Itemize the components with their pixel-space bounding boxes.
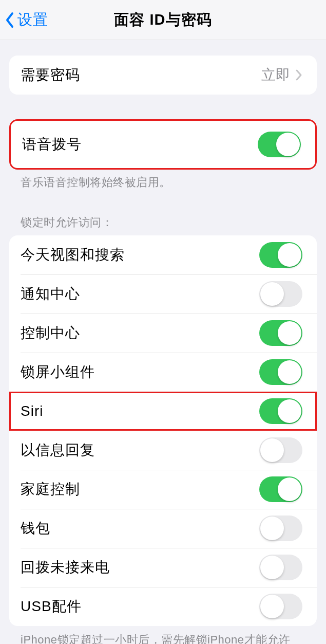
row-label: 以信息回复 bbox=[21, 440, 259, 460]
row-voice-dial: 语音拨号 bbox=[11, 121, 315, 168]
toggle-locked-access-item[interactable] bbox=[259, 359, 302, 385]
chevron-right-icon bbox=[295, 69, 302, 81]
page-title: 面容 ID与密码 bbox=[114, 10, 212, 30]
row-label: 需要密码 bbox=[21, 65, 261, 85]
locked-access-footer: iPhone锁定超过一小时后，需先解锁iPhone才能允许USB 配件连接。 bbox=[9, 626, 317, 644]
row-label: 家庭控制 bbox=[21, 480, 259, 499]
back-label: 设置 bbox=[17, 10, 48, 30]
row-value: 立即 bbox=[261, 65, 290, 85]
row-label: Siri bbox=[21, 403, 259, 419]
row-label: 控制中心 bbox=[21, 323, 259, 343]
group-locked-access: 今天视图和搜索通知中心控制中心锁屏小组件Siri以信息回复家庭控制钱包回拨未接来… bbox=[9, 235, 317, 626]
back-button[interactable]: 设置 bbox=[4, 10, 48, 30]
toggle-locked-access-item[interactable] bbox=[259, 437, 302, 463]
toggle-locked-access-item[interactable] bbox=[259, 555, 302, 580]
toggle-locked-access-item[interactable] bbox=[259, 398, 302, 424]
row-locked-access-item: 钱包 bbox=[9, 509, 317, 548]
voice-dial-footer: 音乐语音控制将始终被启用。 bbox=[9, 170, 317, 190]
toggle-locked-access-item[interactable] bbox=[259, 281, 302, 307]
toggle-locked-access-item[interactable] bbox=[259, 320, 302, 346]
toggle-locked-access-item[interactable] bbox=[259, 476, 302, 502]
row-label: 语音拨号 bbox=[22, 135, 258, 154]
toggle-locked-access-item[interactable] bbox=[259, 594, 302, 619]
row-label: 锁屏小组件 bbox=[21, 362, 259, 382]
row-require-passcode[interactable]: 需要密码 立即 bbox=[9, 56, 317, 95]
row-label: USB配件 bbox=[21, 597, 259, 616]
row-locked-access-item: 家庭控制 bbox=[9, 470, 317, 509]
toggle-locked-access-item[interactable] bbox=[259, 242, 302, 268]
row-locked-access-item: USB配件 bbox=[9, 587, 317, 626]
nav-bar: 设置 面容 ID与密码 bbox=[0, 0, 326, 40]
row-locked-access-item: 今天视图和搜索 bbox=[9, 235, 317, 274]
row-locked-access-item: 控制中心 bbox=[9, 314, 317, 353]
row-label: 钱包 bbox=[21, 519, 259, 538]
row-locked-access-item: 回拨未接来电 bbox=[9, 548, 317, 587]
group-require-passcode: 需要密码 立即 bbox=[9, 56, 317, 95]
row-locked-access-item: 以信息回复 bbox=[9, 431, 317, 470]
row-label: 回拨未接来电 bbox=[21, 558, 259, 577]
row-locked-access-item: 锁屏小组件 bbox=[9, 353, 317, 392]
row-label: 通知中心 bbox=[21, 284, 259, 304]
toggle-voice-dial[interactable] bbox=[258, 132, 301, 157]
chevron-left-icon bbox=[4, 11, 15, 29]
row-label: 今天视图和搜索 bbox=[21, 245, 259, 265]
group-voice-dial: 语音拨号 bbox=[9, 119, 317, 170]
row-locked-access-item: 通知中心 bbox=[9, 274, 317, 314]
locked-access-header: 锁定时允许访问： bbox=[9, 215, 317, 235]
row-locked-access-item: Siri bbox=[9, 392, 317, 431]
toggle-locked-access-item[interactable] bbox=[259, 516, 302, 541]
